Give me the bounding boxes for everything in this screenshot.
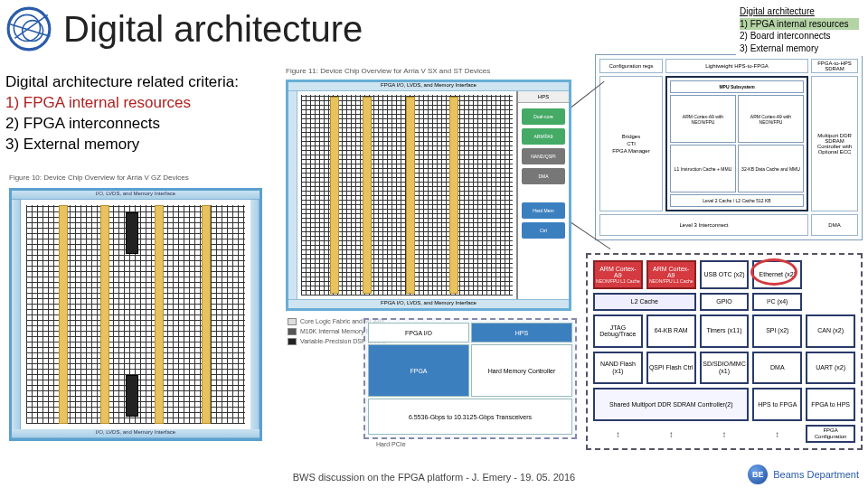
mpu-l2: Level 2 Cache / L2 Cache 512 KB: [670, 194, 804, 207]
hps-qspi: QSPI Flash Ctrl: [646, 352, 696, 385]
hps-blk-6: Ctrl: [522, 222, 565, 239]
page-title: Digital architecture: [63, 9, 363, 50]
mpu-l1d: 32-KB Data Cache and MMU: [738, 145, 804, 192]
arrow-icon: ↕: [700, 425, 750, 443]
hps-eth: Ethernet (x2): [752, 260, 802, 289]
title-bar: Digital architecture: [5, 5, 863, 52]
toc-item-3: 3) External memory: [740, 42, 859, 55]
hps-can: CAN (x2): [806, 314, 855, 348]
hps-sdsdio: SD/SDIO/MMC (x1): [700, 352, 750, 385]
criteria-item-1: 1) FPGA internal resources: [5, 93, 239, 114]
fig10-io-top: I/O, LVDS, and Memory Interface: [12, 191, 259, 200]
mpu-mgr: FPGA Manager: [612, 148, 649, 154]
criteria-heading: Digital architecture related criteria:: [5, 72, 239, 93]
criteria-item-2: 2) FPGA interconnects: [5, 114, 239, 135]
arrow-icon: ↕: [752, 425, 802, 443]
hps-small-xcvr: 6.5536-Gbps to 10.3125-Gbps Transceivers: [368, 399, 572, 435]
hps-f2cfg: FPGA Configuration: [806, 425, 855, 443]
mpu-dma: DMA: [811, 214, 858, 236]
fig11-hps-column: HPS Dual-core ARM®A9 NAND/QSPI DMA Hard …: [516, 91, 569, 299]
hps-f2h: FPGA to HPS: [806, 388, 855, 421]
hps-l2: L2 Cache: [593, 293, 696, 311]
hps-small-pcie: Hard PCIe: [376, 441, 406, 447]
hps-ram64: 64-KB RAM: [646, 314, 696, 348]
hps-jtag: JTAG Debug/Trace: [593, 314, 643, 348]
hps-cortex-b: ARM Cortex-A9NEON/FPU L1 Cache: [646, 260, 696, 289]
hps-big-diagram: Hard Processor System (HPS) ARM Cortex-A…: [586, 253, 863, 450]
fig11-xcvr-left: [288, 91, 297, 299]
fig10-chip-diagram: I/O, LVDS, and Memory Interface I/O, LVD…: [9, 188, 262, 441]
fig11-hps-title: HPS: [518, 91, 569, 103]
criteria-item-3: 3) External memory: [5, 135, 239, 155]
mpu-bridges: Bridges: [622, 134, 640, 139]
footer-text: BWS discussion on the FPGA platform - J.…: [0, 472, 868, 483]
mpu-title: MPU Subsystem: [670, 80, 804, 93]
fig11-io-bottom: FPGA I/O, LVDS, and Memory Interface: [288, 299, 569, 308]
mpu-diagram: Configuration regs Lightweight HPS-to-FP…: [595, 54, 863, 240]
fig10-core: [21, 200, 250, 429]
arrow-icon: ↕: [646, 425, 696, 443]
hps-timers: Timers (x11): [700, 314, 750, 348]
hps-callout-small: FPGA I/O HPS FPGA Hard Memory Controller…: [363, 318, 577, 439]
hps-gpio: GPIO: [700, 293, 750, 311]
hps-blk-3: NAND/QSPI: [522, 148, 565, 164]
arrow-icon: ↕: [593, 425, 643, 443]
mpu-a9-0: ARM Cortex-A9 with NEON/FPU: [670, 95, 736, 143]
fig11-chip-diagram: FPGA I/O, LVDS, and Memory Interface HPS…: [286, 80, 571, 311]
hps-blk-2: ARM®A9: [522, 128, 565, 145]
criteria-block: Digital architecture related criteria: 1…: [5, 72, 239, 155]
hps-blk-5: Hard Mem: [522, 202, 565, 219]
hps-blk-1: Dual-core: [522, 108, 565, 125]
mpu-cti: CTI: [627, 141, 636, 146]
toc-item-1: 1) FPGA internal resources: [740, 18, 859, 31]
toc-box: Digital architecture 1) FPGA internal re…: [736, 4, 863, 56]
be-dept-label: Beams Department: [773, 469, 859, 480]
hps-small-fpga: FPGA: [368, 344, 469, 397]
hps-uart: UART (x2): [806, 352, 855, 385]
hps-i2c: I²C (x4): [752, 293, 802, 311]
mpu-l1i: L1 Instruction Cache + MMU: [670, 145, 736, 192]
toc-title: Digital architecture: [740, 5, 859, 18]
hps-blk-4: DMA: [522, 168, 565, 184]
fig10-io-bottom: I/O, LVDS, and Memory Interface: [12, 429, 259, 438]
hps-nand: NAND Flash (x1): [593, 352, 643, 385]
hps-h2f: HPS to FPGA: [752, 388, 802, 421]
mpu-cfg: Configuration regs: [599, 59, 663, 73]
hps-dma: DMA: [752, 352, 802, 385]
hps-small-hps: HPS: [471, 323, 572, 343]
mpu-a9-1: ARM Cortex-A9 with NEON/FPU: [738, 95, 804, 143]
mpu-h2f-lw: Lightweight HPS-to-FPGA: [665, 59, 808, 73]
hps-small-hmc: Hard Memory Controller: [471, 344, 572, 397]
hps-spi: SPI (x2): [752, 314, 802, 348]
mpu-mport: Multiport DDR SDRAM Controller with Opti…: [811, 76, 858, 211]
mpu-f2sdram: FPGA-to-HPS SDRAM: [811, 59, 858, 73]
hps-smc: Shared Multiport DDR SDRAM Controller(2): [593, 388, 749, 421]
hps-cortex-a: ARM Cortex-A9NEON/FPU L1 Cache: [593, 260, 643, 289]
fig10-caption: Figure 10: Device Chip Overview for Arri…: [9, 174, 189, 182]
toc-item-2: 2) Board interconnects: [740, 30, 859, 42]
fig11-caption: Figure 11: Device Chip Overview for Arri…: [286, 67, 490, 75]
mpu-l3: Level 3 Interconnect: [599, 214, 808, 236]
fig11-io-top: FPGA I/O, LVDS, and Memory Interface: [288, 82, 569, 91]
be-badge-icon: BE: [748, 465, 768, 484]
svg-point-1: [14, 14, 40, 41]
fig11-core: [297, 91, 516, 299]
fig10-xcvr-right: [250, 200, 259, 429]
fig10-xcvr-left: [12, 200, 21, 429]
hps-small-fpga-io: FPGA I/O: [368, 323, 469, 343]
hps-usb: USB OTC (x2): [700, 260, 750, 289]
cern-logo-icon: [5, 5, 52, 52]
beams-dept-logo: BE Beams Department: [748, 465, 859, 484]
